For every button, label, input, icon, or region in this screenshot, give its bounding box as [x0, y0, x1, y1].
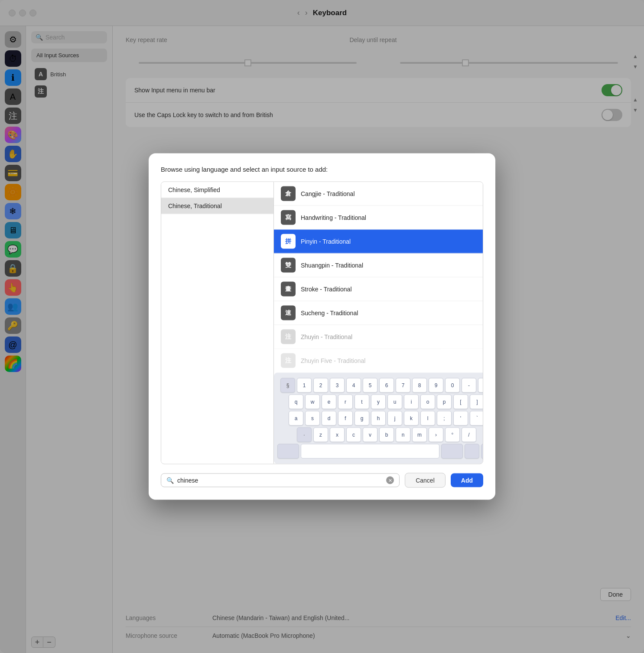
- search-field-icon: 🔍: [166, 477, 174, 484]
- language-list: Chinese, Simplified Chinese, Traditional: [161, 182, 274, 464]
- source-item-cangjie[interactable]: 倉 Cangjie - Traditional: [274, 182, 483, 206]
- stroke-icon: 畫: [281, 282, 296, 297]
- kb-key-x[interactable]: x: [330, 428, 345, 442]
- add-button[interactable]: Add: [451, 473, 483, 487]
- kb-key-slash[interactable]: /: [462, 428, 476, 442]
- modal-search-field[interactable]: 🔍 chinese ✕: [161, 473, 400, 487]
- kb-row-2: q w e r t y u i o p [ ]: [277, 395, 483, 409]
- cangjie-icon: 倉: [281, 186, 296, 201]
- kb-key-minus[interactable]: -: [462, 378, 476, 393]
- sucheng-label: Sucheng - Traditional: [301, 310, 358, 317]
- kb-key-o[interactable]: o: [420, 395, 435, 409]
- search-field-value: chinese: [177, 477, 383, 484]
- kb-key-g[interactable]: g: [355, 411, 369, 426]
- source-item-handwriting[interactable]: 寫 Handwriting - Traditional: [274, 206, 483, 230]
- kb-key-v[interactable]: v: [363, 428, 377, 442]
- kb-key-y[interactable]: y: [371, 395, 386, 409]
- kb-key-special-far-right2[interactable]: [481, 444, 483, 459]
- source-item-sucheng[interactable]: 速 Sucheng - Traditional: [274, 301, 483, 325]
- kb-key-9[interactable]: 9: [429, 378, 443, 393]
- kb-key-angle[interactable]: ›: [429, 428, 443, 442]
- source-item-stroke[interactable]: 畫 Stroke - Traditional: [274, 278, 483, 301]
- kb-key-s[interactable]: s: [305, 411, 320, 426]
- kb-key-z[interactable]: z: [313, 428, 328, 442]
- lang-item-traditional[interactable]: Chinese, Traditional: [161, 198, 273, 214]
- kb-key-b[interactable]: b: [379, 428, 394, 442]
- handwriting-label: Handwriting - Traditional: [301, 214, 366, 221]
- kb-row-3: a s d f g h j k l ; ' `: [277, 411, 483, 426]
- kb-key-section[interactable]: §: [280, 378, 295, 393]
- kb-key-q[interactable]: q: [289, 395, 303, 409]
- kb-key-r[interactable]: r: [338, 395, 353, 409]
- zhuyin-icon: 注: [281, 330, 296, 344]
- kb-key-h[interactable]: h: [371, 411, 386, 426]
- kb-key-dot-center[interactable]: ·: [297, 428, 312, 442]
- input-source-list: 倉 Cangjie - Traditional 寫 Handwriting - …: [274, 182, 483, 373]
- kb-key-semicolon[interactable]: ;: [437, 411, 452, 426]
- kb-key-special-far-right[interactable]: [465, 444, 479, 459]
- kb-key-3[interactable]: 3: [330, 378, 345, 393]
- input-sources-right: 倉 Cangjie - Traditional 寫 Handwriting - …: [274, 182, 483, 464]
- kb-key-8[interactable]: 8: [412, 378, 427, 393]
- kb-key-a[interactable]: a: [289, 411, 303, 426]
- kb-key-w[interactable]: w: [305, 395, 320, 409]
- cangjie-label: Cangjie - Traditional: [301, 190, 355, 197]
- search-clear-button[interactable]: ✕: [386, 477, 394, 484]
- lang-item-simplified[interactable]: Chinese, Simplified: [161, 182, 273, 198]
- kb-space-row: [277, 444, 483, 459]
- source-item-shuangpin[interactable]: 雙 Shuangpin - Traditional: [274, 254, 483, 278]
- kb-key-0[interactable]: 0: [445, 378, 460, 393]
- kb-key-bracket-open[interactable]: [: [453, 395, 468, 409]
- kb-key-2[interactable]: 2: [313, 378, 328, 393]
- kb-key-special-right[interactable]: [441, 444, 463, 459]
- kb-row-4: · z x c v b n m › ° /: [277, 428, 483, 442]
- kb-key-e[interactable]: e: [322, 395, 336, 409]
- cancel-button[interactable]: Cancel: [405, 473, 446, 488]
- kb-key-bracket-close[interactable]: ]: [470, 395, 483, 409]
- pinyin-icon: 拼: [281, 234, 296, 249]
- stroke-label: Stroke - Traditional: [301, 286, 352, 293]
- kb-key-equals[interactable]: =: [478, 378, 483, 393]
- source-item-zhuyin: 注 Zhuyin - Traditional: [274, 325, 483, 349]
- zhuyin-five-label: Zhuyin Five - Traditional: [301, 357, 365, 364]
- kb-key-d[interactable]: d: [322, 411, 336, 426]
- sucheng-icon: 速: [281, 306, 296, 320]
- kb-key-7[interactable]: 7: [396, 378, 410, 393]
- kb-key-p[interactable]: p: [437, 395, 452, 409]
- handwriting-icon: 寫: [281, 210, 296, 225]
- kb-key-special-left[interactable]: [277, 444, 299, 459]
- modal-title: Browse using language and select an inpu…: [161, 166, 483, 173]
- kb-key-backtick[interactable]: `: [470, 411, 483, 426]
- kb-key-l[interactable]: l: [420, 411, 435, 426]
- shuangpin-label: Shuangpin - Traditional: [301, 262, 363, 269]
- kb-key-u[interactable]: u: [387, 395, 402, 409]
- kb-key-degree[interactable]: °: [445, 428, 460, 442]
- kb-key-6[interactable]: 6: [379, 378, 394, 393]
- kb-key-j[interactable]: j: [387, 411, 402, 426]
- kb-key-m[interactable]: m: [412, 428, 427, 442]
- kb-key-apostrophe[interactable]: ': [453, 411, 468, 426]
- kb-key-4[interactable]: 4: [346, 378, 361, 393]
- kb-key-5[interactable]: 5: [363, 378, 377, 393]
- kb-key-i[interactable]: i: [404, 395, 419, 409]
- pinyin-label: Pinyin - Traditional: [301, 238, 351, 245]
- modal-footer: 🔍 chinese ✕ Cancel Add: [161, 473, 483, 488]
- kb-key-t[interactable]: t: [355, 395, 369, 409]
- kb-key-1[interactable]: 1: [297, 378, 312, 393]
- zhuyin-five-icon: 注: [281, 353, 296, 368]
- shuangpin-icon: 雙: [281, 258, 296, 273]
- kb-row-1: § 1 2 3 4 5 6 7 8 9 0 - =: [277, 378, 483, 393]
- kb-key-n[interactable]: n: [396, 428, 410, 442]
- source-item-pinyin[interactable]: 拼 Pinyin - Traditional: [274, 230, 483, 254]
- zhuyin-label: Zhuyin - Traditional: [301, 333, 352, 340]
- source-item-zhuyin-five: 注 Zhuyin Five - Traditional: [274, 349, 483, 373]
- modal-body: Chinese, Simplified Chinese, Traditional…: [161, 182, 483, 464]
- keyboard-preview: § 1 2 3 4 5 6 7 8 9 0 - = q w: [274, 373, 483, 464]
- kb-key-k[interactable]: k: [404, 411, 419, 426]
- add-input-source-modal: Browse using language and select an inpu…: [149, 153, 495, 500]
- kb-key-c[interactable]: c: [346, 428, 361, 442]
- kb-space-bar[interactable]: [301, 444, 439, 459]
- kb-key-f[interactable]: f: [338, 411, 353, 426]
